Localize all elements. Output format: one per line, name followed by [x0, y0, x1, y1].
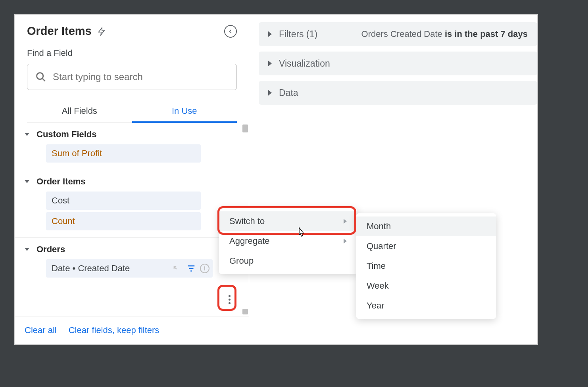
field-label: Cost [52, 195, 69, 206]
tab-all-fields[interactable]: All Fields [27, 106, 132, 123]
explore-title: Order Items [27, 25, 92, 38]
scrollbar-thumb-bottom[interactable] [242, 309, 248, 314]
section-header[interactable]: Custom Fields [15, 129, 249, 140]
section-title: Custom Fields [37, 129, 97, 140]
viz-label: Visualization [279, 58, 330, 69]
info-icon[interactable]: i [200, 264, 209, 273]
menu-label: Aggregate [229, 236, 270, 246]
filters-bar[interactable]: Filters (1) Orders Created Date is in th… [259, 22, 537, 46]
field-sum-of-profit[interactable]: Sum of Profit [46, 144, 201, 163]
section-title: Order Items [37, 176, 86, 187]
panel-footer: Clear all Clear fields, keep filters [15, 316, 249, 344]
menu-switch-to[interactable]: Switch to [219, 211, 357, 231]
submenu-year[interactable]: Year [356, 296, 496, 316]
search-icon [35, 71, 46, 82]
filter-field: Orders Created Date [361, 29, 445, 39]
field-label: Sum of Profit [52, 148, 102, 159]
field-label: Count [52, 216, 75, 226]
filters-summary: Orders Created Date is in the past 7 day… [361, 29, 528, 39]
chevron-down-icon [25, 180, 29, 183]
menu-group[interactable]: Group [219, 251, 357, 271]
field-actions: i [171, 263, 209, 274]
svg-point-0 [37, 73, 43, 79]
menu-label: Year [367, 301, 384, 311]
field-picker-panel: Order Items Find a Field All Fields In U… [15, 15, 249, 344]
search-input-wrap[interactable] [27, 64, 237, 90]
chevron-right-icon [268, 90, 272, 96]
field-count[interactable]: Count [46, 212, 201, 230]
submenu-time[interactable]: Time [356, 256, 496, 276]
menu-label: Switch to [229, 216, 265, 226]
find-field-label: Find a Field [27, 48, 237, 58]
clear-all-link[interactable]: Clear all [25, 325, 57, 335]
menu-label: Week [367, 281, 389, 291]
chevron-right-icon [268, 31, 272, 37]
section-title: Orders [37, 244, 65, 255]
field-tabs: All Fields In Use [27, 106, 237, 123]
menu-label: Time [367, 261, 386, 271]
chevron-right-icon [344, 219, 347, 224]
filter-condition: is in the past 7 days [445, 29, 528, 39]
tab-in-use[interactable]: In Use [132, 106, 237, 123]
menu-label: Group [229, 256, 254, 266]
collapse-panel-button[interactable] [224, 25, 237, 38]
field-cost[interactable]: Cost [46, 192, 201, 210]
field-list: Custom Fields Sum of Profit Order Items … [15, 123, 249, 316]
chevron-right-icon [268, 61, 272, 66]
data-bar[interactable]: Data [259, 81, 537, 105]
pivot-icon[interactable] [171, 263, 183, 274]
search-input[interactable] [53, 71, 229, 82]
section-header[interactable]: Order Items [15, 176, 249, 187]
clear-fields-link[interactable]: Clear fields, keep filters [69, 325, 159, 335]
menu-label: Quarter [367, 241, 396, 251]
section-header[interactable]: Orders [15, 244, 249, 255]
filter-icon[interactable] [186, 263, 197, 274]
switch-to-submenu: Month Quarter Time Week Year [356, 213, 496, 319]
section-custom-fields: Custom Fields Sum of Profit [15, 123, 249, 170]
scrollbar-thumb-top[interactable] [242, 125, 248, 132]
field-created-date[interactable]: Date • Created Date i [46, 259, 213, 278]
chevron-down-icon [25, 133, 29, 136]
menu-label: Month [367, 221, 391, 232]
submenu-week[interactable]: Week [356, 276, 496, 296]
visualization-bar[interactable]: Visualization [259, 52, 537, 75]
quick-start-icon[interactable] [97, 26, 106, 37]
data-label: Data [279, 88, 298, 98]
field-context-menu: Switch to Aggregate Group [219, 208, 357, 274]
section-order-items: Order Items Cost Count [15, 170, 249, 238]
chevron-down-icon [25, 248, 29, 251]
field-label: Date • Created Date [52, 263, 130, 274]
filters-label: Filters (1) [279, 29, 317, 40]
menu-aggregate[interactable]: Aggregate [219, 231, 357, 251]
section-orders: Orders Date • Created Date i [15, 238, 249, 285]
field-more-menu-button[interactable] [221, 289, 237, 310]
submenu-quarter[interactable]: Quarter [356, 236, 496, 256]
panel-header: Order Items Find a Field All Fields In U… [15, 15, 249, 123]
chevron-right-icon [344, 239, 347, 243]
submenu-month[interactable]: Month [356, 216, 496, 236]
